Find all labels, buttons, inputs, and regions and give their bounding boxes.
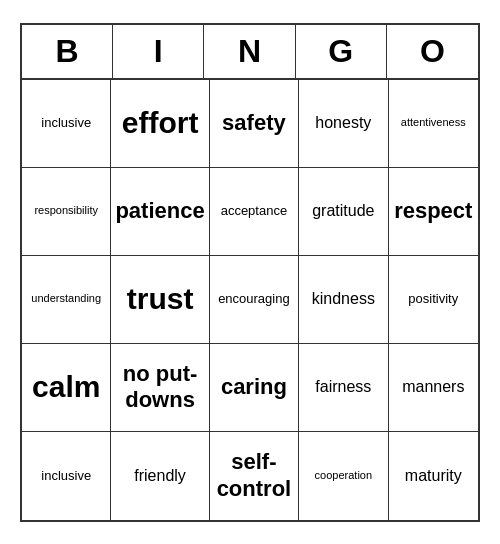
cell-text: gratitude <box>312 201 374 220</box>
cell-text: caring <box>221 374 287 400</box>
bingo-header: BINGO <box>22 25 478 80</box>
bingo-cell: positivity <box>389 256 478 344</box>
cell-text: honesty <box>315 113 371 132</box>
bingo-cell: calm <box>22 344 111 432</box>
bingo-cell: kindness <box>299 256 388 344</box>
cell-text: no put-downs <box>115 361 204 414</box>
cell-text: maturity <box>405 466 462 485</box>
bingo-cell: self-control <box>210 432 299 520</box>
bingo-cell: trust <box>111 256 209 344</box>
bingo-cell: friendly <box>111 432 209 520</box>
cell-text: patience <box>115 198 204 224</box>
cell-text: effort <box>122 105 199 141</box>
bingo-cell: gratitude <box>299 168 388 256</box>
cell-text: positivity <box>408 291 458 307</box>
bingo-cell: cooperation <box>299 432 388 520</box>
bingo-cell: inclusive <box>22 432 111 520</box>
cell-text: inclusive <box>41 468 91 484</box>
bingo-cell: acceptance <box>210 168 299 256</box>
bingo-cell: attentiveness <box>389 80 478 168</box>
cell-text: safety <box>222 110 286 136</box>
bingo-cell: responsibility <box>22 168 111 256</box>
cell-text: self-control <box>214 449 294 502</box>
bingo-cell: no put-downs <box>111 344 209 432</box>
bingo-cell: safety <box>210 80 299 168</box>
cell-text: inclusive <box>41 115 91 131</box>
cell-text: attentiveness <box>401 116 466 129</box>
bingo-card: BINGO inclusiveeffortsafetyhonestyattent… <box>20 23 480 522</box>
bingo-cell: honesty <box>299 80 388 168</box>
bingo-cell: maturity <box>389 432 478 520</box>
bingo-cell: effort <box>111 80 209 168</box>
bingo-cell: understanding <box>22 256 111 344</box>
cell-text: manners <box>402 377 464 396</box>
cell-text: trust <box>127 281 194 317</box>
cell-text: acceptance <box>221 203 288 219</box>
cell-text: fairness <box>315 377 371 396</box>
header-letter: B <box>22 25 113 78</box>
bingo-cell: respect <box>389 168 478 256</box>
cell-text: respect <box>394 198 472 224</box>
header-letter: I <box>113 25 204 78</box>
cell-text: cooperation <box>315 469 373 482</box>
cell-text: understanding <box>31 292 101 305</box>
cell-text: encouraging <box>218 291 290 307</box>
cell-text: kindness <box>312 289 375 308</box>
bingo-cell: caring <box>210 344 299 432</box>
bingo-cell: inclusive <box>22 80 111 168</box>
header-letter: O <box>387 25 478 78</box>
bingo-cell: fairness <box>299 344 388 432</box>
cell-text: responsibility <box>34 204 98 217</box>
header-letter: G <box>296 25 387 78</box>
bingo-cell: encouraging <box>210 256 299 344</box>
bingo-grid: inclusiveeffortsafetyhonestyattentivenes… <box>22 80 478 520</box>
header-letter: N <box>204 25 295 78</box>
cell-text: friendly <box>134 466 186 485</box>
bingo-cell: patience <box>111 168 209 256</box>
cell-text: calm <box>32 369 100 405</box>
bingo-cell: manners <box>389 344 478 432</box>
